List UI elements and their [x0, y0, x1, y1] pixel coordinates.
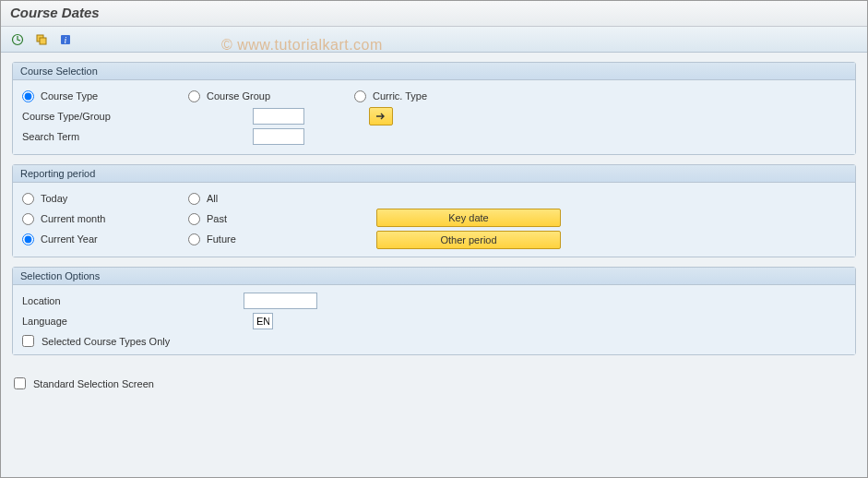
course-type-group-input[interactable] — [253, 108, 304, 125]
location-input[interactable] — [244, 293, 317, 309]
selection-options-title: Selection Options — [13, 268, 855, 285]
radio-course-type[interactable] — [22, 90, 34, 102]
language-label: Language — [22, 316, 67, 327]
next-arrow-button[interactable] — [369, 107, 393, 125]
radio-course-group-label: Course Group — [207, 90, 270, 102]
location-label: Location — [22, 295, 61, 306]
radio-today[interactable] — [22, 193, 34, 205]
reporting-period-title: Reporting period — [13, 165, 855, 183]
svg-rect-2 — [40, 38, 46, 44]
standard-selection-screen-label: Standard Selection Screen — [33, 378, 154, 389]
radio-current-year-label: Current Year — [41, 233, 98, 245]
radio-past-label: Past — [207, 213, 227, 224]
selection-options-group: Selection Options Location Language Sele… — [12, 267, 856, 355]
course-selection-group: Course Selection Course Type Course Grou… — [12, 62, 856, 155]
radio-today-label: Today — [41, 193, 67, 204]
radio-past[interactable] — [188, 213, 200, 225]
radio-current-month-label: Current month — [41, 213, 105, 224]
window-title: Course Dates — [1, 1, 867, 27]
reporting-period-group: Reporting period Today All — [12, 164, 856, 257]
selected-course-types-only-checkbox[interactable] — [22, 335, 34, 347]
search-term-label: Search Term — [22, 131, 79, 142]
radio-future[interactable] — [188, 233, 200, 245]
svg-text:i: i — [65, 35, 67, 45]
radio-course-group[interactable] — [188, 90, 200, 102]
radio-curric-type[interactable] — [354, 90, 366, 102]
selected-course-types-only-label: Selected Course Types Only — [42, 336, 170, 347]
content-area: Course Selection Course Type Course Grou… — [1, 53, 867, 477]
search-term-input[interactable] — [253, 128, 304, 145]
toolbar: i — [1, 27, 867, 53]
other-period-button[interactable]: Other period — [376, 231, 561, 249]
course-type-group-label: Course Type/Group — [22, 111, 111, 122]
key-date-button[interactable]: Key date — [376, 209, 561, 227]
standard-selection-screen-row: Standard Selection Screen — [12, 377, 856, 389]
info-icon[interactable]: i — [56, 30, 75, 49]
standard-selection-screen-checkbox[interactable] — [14, 377, 26, 389]
radio-course-type-label: Course Type — [41, 90, 98, 102]
course-selection-title: Course Selection — [13, 63, 855, 80]
radio-current-month[interactable] — [22, 213, 34, 225]
radio-curric-type-label: Curric. Type — [373, 90, 427, 102]
language-input[interactable] — [253, 313, 273, 329]
execute-icon[interactable] — [8, 30, 27, 49]
radio-all[interactable] — [188, 193, 200, 205]
radio-future-label: Future — [207, 233, 236, 245]
variant-icon[interactable] — [32, 30, 51, 49]
radio-current-year[interactable] — [22, 233, 34, 245]
radio-all-label: All — [207, 193, 218, 204]
